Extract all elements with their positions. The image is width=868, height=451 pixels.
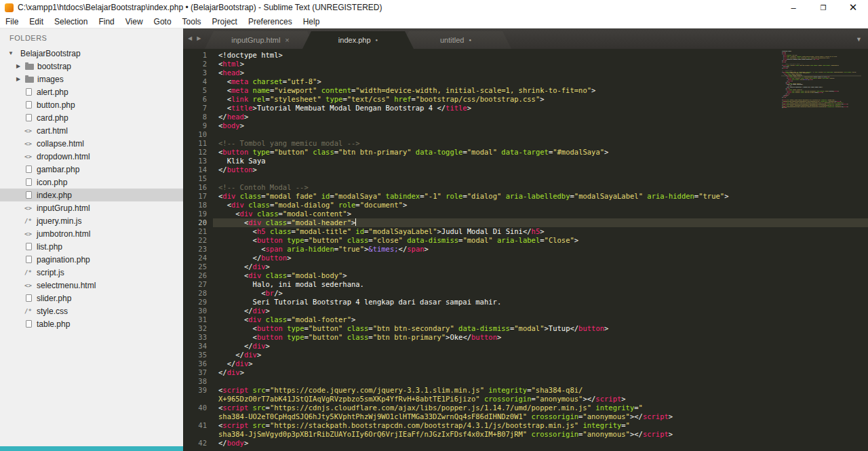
code-line[interactable]: 9<body> xyxy=(183,121,868,130)
code-line[interactable]: 8</head> xyxy=(183,113,868,121)
tree-item-index.php[interactable]: index.php xyxy=(0,189,183,201)
code-line[interactable]: 6 <link rel="stylesheet" type="text/css"… xyxy=(183,95,868,104)
window-title: C:\xampp1\htdocs\BelajarBootstrap\index.… xyxy=(18,3,778,12)
tree-item-card.php[interactable]: card.php xyxy=(0,111,183,124)
menu-tools[interactable]: Tools xyxy=(177,16,207,28)
tab-nav-back-icon[interactable]: ◀ xyxy=(188,35,192,41)
tab-dirty-icon[interactable]: ● xyxy=(469,38,471,42)
tree-item-button.php[interactable]: button.php xyxy=(0,98,183,111)
code-line[interactable]: 1<!doctype html> xyxy=(183,51,868,60)
tree-item-collapse.html[interactable]: <>collapse.html xyxy=(0,137,183,150)
tree-item-script.js[interactable]: /*script.js xyxy=(0,266,183,279)
code-line[interactable]: 23 <span aria-hidden="true">&times;</spa… xyxy=(183,245,868,254)
code-line[interactable]: 40<script src="https://cdnjs.cloudflare.… xyxy=(183,404,868,412)
code-line[interactable]: 27 Halo, ini modal sederhana. xyxy=(183,280,868,289)
code-line[interactable]: 20 <div class="modal-header"> xyxy=(183,218,868,227)
code-line[interactable]: 15 xyxy=(183,174,868,183)
line-number: 5 xyxy=(183,86,213,95)
code-line[interactable]: 42</body> xyxy=(183,439,868,448)
code-line[interactable]: 28 <br/> xyxy=(183,289,868,298)
tree-item-cart.html[interactable]: <>cart.html xyxy=(0,124,183,137)
menu-view[interactable]: View xyxy=(120,16,149,28)
tree-item-jquery.min.js[interactable]: /*jquery.min.js xyxy=(0,214,183,227)
tree-item-table.php[interactable]: table.php xyxy=(0,317,183,330)
menu-help[interactable]: Help xyxy=(298,16,326,28)
minimize-button[interactable]: – xyxy=(778,0,808,15)
code-line[interactable]: 26 <div class="modal-body"> xyxy=(183,271,868,280)
code-line[interactable]: 34 </div> xyxy=(183,342,868,351)
code-line[interactable]: 2<html> xyxy=(183,60,868,68)
disclosure-collapsed-icon[interactable]: ▶ xyxy=(16,76,25,82)
folder-icon xyxy=(25,64,34,70)
code-line[interactable]: 41<script src="https://stackpath.bootstr… xyxy=(183,421,868,430)
code-line[interactable]: 38 xyxy=(183,377,868,386)
code-line[interactable]: sha384-UO2eT0CpHqdSJQ6hJty5KVphtPhzWj9WO… xyxy=(183,412,868,421)
code-line[interactable]: 17<div class="modal fade" id="modalSaya"… xyxy=(183,192,868,201)
tree-item-selectmenu.html[interactable]: <>selectmenu.html xyxy=(0,279,183,292)
tree-item-images[interactable]: ▶images xyxy=(0,73,183,85)
code-line[interactable]: 4 <meta charset="utf-8"> xyxy=(183,77,868,86)
code-line[interactable]: 3<head> xyxy=(183,68,868,77)
tree-item-jumbotron.html[interactable]: <>jumbotron.html xyxy=(0,227,183,240)
code-line[interactable]: 33 <button type="button" class="btn btn-… xyxy=(183,333,868,342)
code-line[interactable]: 32 <button type="button" class="btn btn-… xyxy=(183,324,868,333)
code-area[interactable]: 1<!doctype html>2<html>3<head>4 <meta ch… xyxy=(183,49,868,451)
menu-goto[interactable]: Goto xyxy=(149,16,177,28)
code-line[interactable]: 7 <title>Tutorial Membuat Modal Dengan B… xyxy=(183,104,868,113)
code-line[interactable]: sha384-JjSmVgyd0p3pXB1rRibZUAYoIIy6OrQ6V… xyxy=(183,430,868,439)
tree-item-gambar.php[interactable]: gambar.php xyxy=(0,163,183,176)
tree-item-icon.php[interactable]: icon.php xyxy=(0,176,183,189)
menu-file[interactable]: File xyxy=(0,16,24,28)
code-line[interactable]: 24 </button> xyxy=(183,254,868,262)
disclosure-collapsed-icon[interactable]: ▶ xyxy=(16,63,25,69)
code-line[interactable]: 22 <button type="button" class="close" d… xyxy=(183,236,868,245)
tree-item-pagination.php[interactable]: pagination.php xyxy=(0,253,183,266)
maximize-button[interactable]: ❐ xyxy=(808,0,838,15)
tree-item-style.css[interactable]: /*style.css xyxy=(0,305,183,317)
code-line[interactable]: 36 </div> xyxy=(183,359,868,368)
close-button[interactable]: ✕ xyxy=(838,0,868,15)
tree-item-bootstrap[interactable]: ▶bootstrap xyxy=(0,60,183,73)
tab-dirty-icon[interactable]: ● xyxy=(376,38,378,42)
code-line[interactable]: 31 <div class="modal-footer"> xyxy=(183,315,868,324)
tree-item-dropdown.html[interactable]: <>dropdown.html xyxy=(0,150,183,163)
tree-item-list.php[interactable]: list.php xyxy=(0,240,183,253)
menu-selection[interactable]: Selection xyxy=(49,16,93,28)
disclosure-expanded-icon[interactable]: ▼ xyxy=(8,50,17,56)
tab-inputGrup.html[interactable]: inputGrup.html× xyxy=(205,31,316,49)
menu-project[interactable]: Project xyxy=(207,16,243,28)
code-line[interactable]: 25 </div> xyxy=(183,262,868,271)
code-line[interactable]: 11<!-- Tombol yang memicu modal --> xyxy=(183,139,868,148)
tab-close-icon[interactable]: × xyxy=(285,36,289,44)
tree-item-BelajarBootstrap[interactable]: ▼BelajarBootstrap xyxy=(0,47,183,60)
code-line[interactable]: 16<!-- Contoh Modal --> xyxy=(183,183,868,192)
code-line[interactable]: 18 <div class="modal-dialog" role="docum… xyxy=(183,201,868,210)
menu-preferences[interactable]: Preferences xyxy=(243,16,298,28)
code-line[interactable]: 21 <h5 class="modal-title" id="modalSaya… xyxy=(183,227,868,236)
code-line[interactable]: 19 <div class="modal-content"> xyxy=(183,210,868,218)
tree-item-slider.php[interactable]: slider.php xyxy=(0,292,183,305)
code-line[interactable]: 14</button> xyxy=(183,165,868,174)
code-line[interactable]: 10 xyxy=(183,130,868,139)
folders-header: FOLDERS xyxy=(0,28,183,47)
code-line[interactable]: 35 </div> xyxy=(183,351,868,359)
menu-edit[interactable]: Edit xyxy=(24,16,49,28)
sidebar-horizontal-scrollbar[interactable] xyxy=(0,446,183,451)
tree-item-alert.php[interactable]: alert.php xyxy=(0,85,183,98)
code-line[interactable]: 37</div> xyxy=(183,368,868,377)
code-line[interactable]: 30 </div> xyxy=(183,307,868,315)
tab-index.php[interactable]: index.php● xyxy=(302,31,414,49)
tree-item-inputGrup.html[interactable]: <>inputGrup.html xyxy=(0,201,183,214)
menu-find[interactable]: Find xyxy=(93,16,119,28)
code-line[interactable]: 12<button type="button" class="btn btn-p… xyxy=(183,148,868,157)
code-line[interactable]: 13 Klik Saya xyxy=(183,157,868,165)
code-line[interactable]: X+965DzO0rT7abK41JStQIAqVgRVzpbzo5smXKp4… xyxy=(183,395,868,404)
code-line[interactable]: 5 <meta name="viewport" content="width=d… xyxy=(183,86,868,95)
tab-untitled[interactable]: untitled● xyxy=(400,31,511,49)
code-line[interactable]: 29 Seri Tutorial Bootstrap 4 lengkap dar… xyxy=(183,298,868,307)
line-number xyxy=(183,395,213,404)
tab-overflow-icon[interactable]: ▼ xyxy=(856,36,862,43)
tab-nav-forward-icon[interactable]: ▶ xyxy=(197,35,201,41)
minimap[interactable]: 1<!doctype html>2<html>3<head>4 <meta ch… xyxy=(781,51,861,146)
code-line[interactable]: 39<script src="https://code.jquery.com/j… xyxy=(183,386,868,395)
